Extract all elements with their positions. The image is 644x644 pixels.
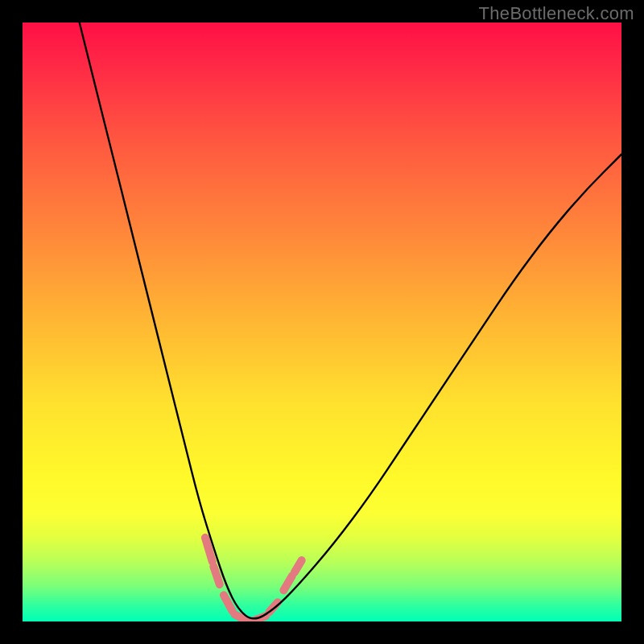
min-marker-dash [295, 560, 302, 572]
min-marker-dash [213, 567, 220, 584]
plot-area [23, 23, 621, 621]
watermark-text: TheBottleneck.com [479, 3, 634, 24]
min-marker-dash [283, 576, 291, 591]
min-marker-dash [224, 595, 232, 610]
chart-svg [23, 23, 621, 621]
chart-frame: TheBottleneck.com [0, 0, 644, 644]
bottleneck-curve-path [80, 23, 621, 618]
min-markers-group [205, 538, 302, 621]
